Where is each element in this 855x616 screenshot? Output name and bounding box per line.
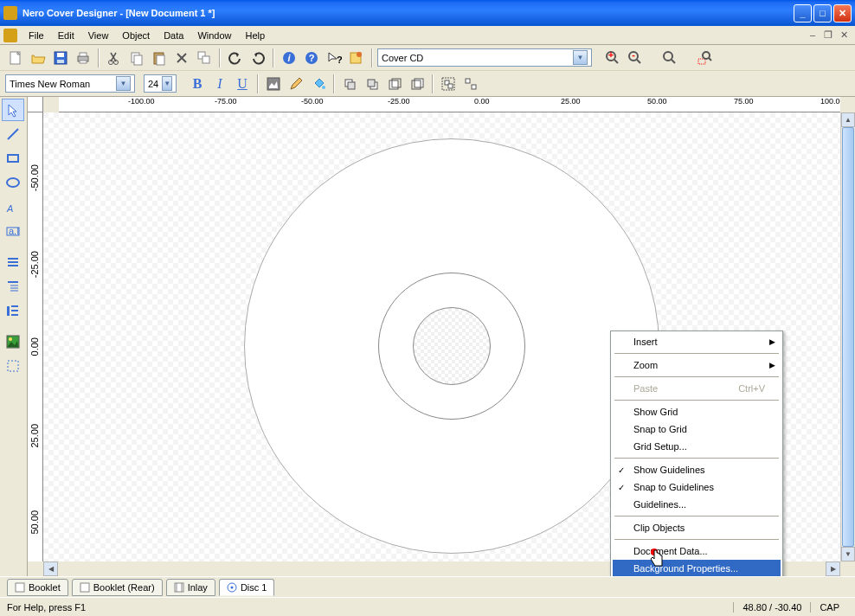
ctx-snap-guidelines[interactable]: ✓Snap to Guidelines (613, 478, 781, 496)
dropdown-arrow-icon[interactable]: ▼ (162, 76, 172, 91)
tab-disc1[interactable]: Disc 1 (219, 579, 275, 596)
line-tool[interactable] (2, 123, 24, 145)
ctx-snap-grid[interactable]: Snap to Grid (613, 420, 781, 438)
scroll-left-button[interactable]: ◀ (43, 561, 58, 576)
cover-button[interactable] (346, 48, 367, 68)
doc-mdi-icon[interactable] (3, 29, 17, 42)
mdi-controls: – ❐ ✕ (807, 29, 855, 41)
bucket-button[interactable] (308, 74, 329, 94)
fontsize-combo[interactable]: 24 ▼ (144, 74, 177, 93)
directory-tool[interactable] (2, 275, 24, 298)
save-button[interactable] (50, 48, 71, 68)
dropdown-arrow-icon[interactable]: ▼ (116, 76, 131, 91)
svg-rect-3 (57, 60, 64, 63)
separator (273, 48, 274, 67)
mdi-restore[interactable]: ❐ (822, 29, 834, 41)
menu-window[interactable]: Window (191, 28, 237, 43)
menubar-row: File Edit View Object Data Window Help –… (0, 26, 855, 45)
redo-button[interactable] (248, 48, 268, 68)
print-button[interactable] (73, 48, 93, 68)
ctx-insert[interactable]: Insert▶ (613, 333, 781, 350)
booklet-rear-icon (80, 582, 90, 593)
underline-button[interactable]: U (232, 74, 253, 94)
doctype-value: Cover CD (382, 53, 423, 63)
ctx-show-grid[interactable]: Show Grid (613, 403, 781, 420)
svg-rect-41 (448, 84, 453, 88)
tab-booklet[interactable]: Booklet (7, 579, 68, 596)
ctx-guidelines[interactable]: Guidelines... (613, 496, 781, 513)
copy-button[interactable] (126, 48, 147, 68)
tab-inlay[interactable]: Inlay (166, 579, 215, 596)
bold-button[interactable]: B (187, 74, 208, 94)
undo-button[interactable] (225, 48, 246, 68)
image-insert-tool[interactable] (2, 330, 24, 353)
help-button[interactable]: ? (301, 48, 322, 68)
artistic-text-tool[interactable]: A (2, 196, 24, 218)
zoom-in-button[interactable]: + (602, 48, 623, 68)
ctx-zoom[interactable]: Zoom▶ (613, 356, 781, 374)
field-tool[interactable] (2, 299, 24, 322)
work-area: A a.I -100.00 -75.00 -50.00 -25.00 0.00 … (0, 97, 855, 576)
paste-button[interactable] (149, 48, 170, 68)
mdi-minimize[interactable]: – (807, 29, 819, 41)
close-button[interactable]: ✕ (833, 4, 852, 22)
ctx-show-guidelines[interactable]: ✓Show Guidelines (613, 461, 781, 478)
titlebar: Nero Cover Designer - [New Document 1 *]… (0, 0, 855, 26)
pointer-tool[interactable] (2, 99, 24, 121)
scroll-up-button[interactable]: ▲ (841, 112, 855, 127)
ungroup-button[interactable] (460, 74, 481, 94)
ctx-clip-objects[interactable]: Clip Objects (613, 519, 781, 536)
vertical-ruler[interactable]: -50.00 -25.00 0.00 25.00 50.00 (28, 112, 43, 561)
scroll-down-button[interactable]: ▼ (841, 547, 855, 561)
whatsthis-button[interactable]: ? (324, 48, 344, 68)
textbox-tool[interactable]: a.I (2, 220, 24, 242)
ctx-grid-setup[interactable]: Grid Setup... (613, 438, 781, 455)
ctx-separator (614, 516, 779, 517)
menu-file[interactable]: File (22, 28, 50, 43)
info-button[interactable]: i (279, 48, 299, 68)
scroll-thumb[interactable] (842, 127, 854, 547)
dropdown-arrow-icon[interactable]: ▼ (573, 50, 588, 65)
menu-object[interactable]: Object (116, 28, 156, 43)
vertical-scrollbar[interactable]: ▲ ▼ (840, 112, 855, 561)
backward-one-button[interactable] (407, 74, 428, 94)
new-button[interactable] (5, 48, 26, 68)
tracklist-tool[interactable] (2, 251, 24, 273)
zoom-region-button[interactable] (694, 48, 715, 68)
svg-point-70 (230, 586, 233, 588)
duplicate-button[interactable] (194, 48, 215, 68)
rectangle-tool[interactable] (2, 147, 24, 170)
maximize-button[interactable]: □ (813, 4, 832, 22)
menu-view[interactable]: View (82, 28, 115, 43)
zoom-out-button[interactable]: - (625, 48, 646, 68)
doctype-combo[interactable]: Cover CD ▼ (377, 48, 592, 67)
zoom-fit-button[interactable] (659, 48, 680, 68)
send-back-button[interactable] (362, 74, 382, 94)
image-tool-button[interactable] (263, 74, 284, 94)
tab-booklet-rear[interactable]: Booklet (Rear) (72, 579, 163, 596)
toolbar-main: i ? ? Cover CD ▼ + - (0, 45, 855, 71)
menu-edit[interactable]: Edit (52, 28, 80, 43)
cut-button[interactable] (104, 48, 125, 68)
bring-front-button[interactable] (339, 74, 360, 94)
menu-help[interactable]: Help (240, 28, 272, 43)
ctx-document-data[interactable]: Document Data... (613, 542, 781, 560)
ctx-separator (614, 400, 779, 401)
mdi-close[interactable]: ✕ (838, 29, 850, 41)
minimize-button[interactable]: _ (794, 4, 812, 22)
ellipse-tool[interactable] (2, 171, 24, 194)
scroll-right-button[interactable]: ▶ (826, 561, 840, 576)
ruler-origin[interactable] (28, 97, 43, 112)
pencil-button[interactable] (286, 74, 306, 94)
svg-rect-32 (348, 82, 355, 89)
marquee-tool[interactable] (2, 355, 24, 377)
italic-button[interactable]: I (209, 74, 230, 94)
menu-data[interactable]: Data (158, 28, 190, 43)
horizontal-ruler[interactable]: -100.00 -75.00 -50.00 -25.00 0.00 25.00 … (59, 97, 840, 112)
group-button[interactable] (438, 74, 459, 94)
forward-one-button[interactable] (384, 74, 405, 94)
delete-button[interactable] (171, 48, 192, 68)
ctx-background-properties[interactable]: Background Properties... (613, 560, 781, 576)
open-button[interactable] (28, 48, 48, 68)
font-combo[interactable]: Times New Roman ▼ (5, 74, 135, 93)
